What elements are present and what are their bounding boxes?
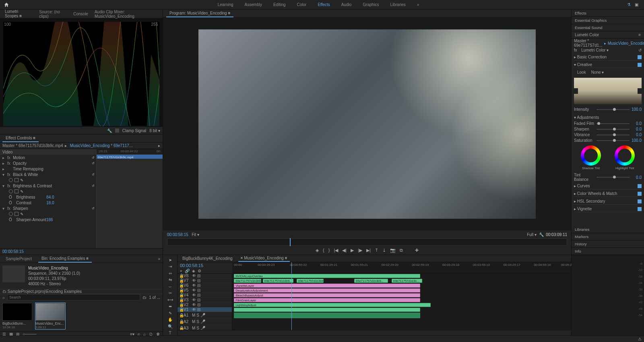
workspace-effects[interactable]: Effects	[312, 1, 335, 8]
project-search-input[interactable]	[7, 294, 140, 301]
slider-intensity[interactable]: Intensity100.0	[574, 107, 642, 112]
zoom-tool-icon[interactable]: 🔍	[167, 324, 173, 329]
pen-tool-icon[interactable]: ✎	[167, 311, 173, 316]
mark-out-icon[interactable]: }	[328, 248, 330, 253]
tab-info[interactable]: Info	[572, 248, 644, 255]
panel-overflow-icon[interactable]: »	[158, 257, 160, 261]
track-header-v1[interactable]: 🔒V1👁⊟	[178, 307, 232, 312]
ec-row-bw[interactable]: ▾fxBlack & White↺	[0, 172, 96, 177]
timeline-clip-area[interactable]: NVIDIALogoOverlay 69e711757d1b3b9... 69e…	[232, 274, 571, 330]
go-to-in-icon[interactable]: |◀	[334, 248, 338, 253]
look-dropdown[interactable]: None ▾	[591, 70, 604, 75]
wrench-icon[interactable]: 🔧	[539, 232, 544, 237]
rate-stretch-icon[interactable]: ↔	[167, 284, 173, 289]
workspace-libraries[interactable]: Libraries	[384, 1, 411, 8]
project-item[interactable]: BigBuckBunn... 10:34:16	[2, 303, 32, 329]
ec-row-motion[interactable]: ▸fxMotion↺	[0, 155, 96, 160]
comparison-icon[interactable]: ⧉	[400, 248, 403, 253]
reset-icon[interactable]: ↺	[92, 207, 95, 210]
shadow-tint-wheel[interactable]: Shadow Tint	[580, 145, 601, 170]
track-header-v6[interactable]: 🔒V6👁⊟	[178, 283, 232, 288]
beaker-icon[interactable]: ⚗	[627, 2, 631, 7]
clip[interactable]: VignetteLayer	[234, 284, 420, 288]
reset-icon[interactable]: ↺	[92, 162, 95, 165]
ec-param-brightness[interactable]: Ö Brightness84.0	[0, 194, 96, 200]
tab-program[interactable]: Program: MusicVideo_Encoding ≡	[166, 10, 233, 17]
add-marker-icon[interactable]: ◈	[316, 248, 319, 253]
program-scrub-bar[interactable]	[167, 238, 567, 246]
program-quality-dropdown[interactable]: Full ▾	[527, 232, 537, 237]
workspace-assembly[interactable]: Assembly	[239, 1, 268, 8]
track-select-icon[interactable]: ⇥	[167, 264, 173, 269]
settings-icon[interactable]: ⚙	[198, 269, 201, 274]
step-forward-icon[interactable]: |▶	[358, 248, 362, 253]
reset-icon[interactable]: ↺	[92, 173, 95, 176]
program-tc-left[interactable]: 00:00:58:15	[167, 232, 188, 237]
playhead-icon[interactable]	[290, 238, 291, 246]
look-preview[interactable]	[574, 78, 642, 104]
timeline-ruler[interactable]: 00:00 00:00:29:23 00:00:59:22 00:01:29:2…	[232, 262, 571, 273]
slider-sharpen[interactable]: Sharpen0.0	[574, 127, 642, 131]
rolling-edit-icon[interactable]: ⇆	[167, 278, 173, 283]
tab-lumetri-color[interactable]: Lumetri Color≡	[572, 31, 644, 39]
lumetri-seq-link[interactable]: MusicVideo_Encodin...	[608, 41, 644, 46]
new-bin-icon[interactable]: 🗀	[142, 295, 147, 300]
slider-vibrance[interactable]: Vibrance0.0	[574, 133, 642, 137]
reset-icon[interactable]: ↺	[92, 184, 95, 188]
section-creative[interactable]: ▾ Creative	[574, 62, 642, 68]
step-back-icon[interactable]: ◀|	[342, 248, 347, 253]
ec-mask-tools[interactable]: ✎	[0, 177, 96, 183]
slide-tool-icon[interactable]: ⬌	[167, 304, 173, 309]
clip[interactable]: BleachBypassAdjust	[234, 293, 420, 297]
ec-row-sharpen[interactable]: ▾fxSharpen↺	[0, 205, 96, 211]
audio-clip[interactable]	[234, 313, 420, 318]
hand-tool-icon[interactable]: ✋	[167, 317, 173, 323]
project-item[interactable]: MusicVideo_Enc... 3:09:11	[35, 303, 65, 329]
ec-clip-bar[interactable]: 69e711757d1b3b9c.mp4	[97, 155, 163, 159]
workspace-overflow-icon[interactable]: »	[411, 1, 425, 8]
tab-source[interactable]: Source: (no clips)	[36, 8, 70, 20]
track-header-v2[interactable]: 🔒V2👁⊟	[178, 303, 232, 307]
selection-tool-icon[interactable]: ➤	[167, 257, 173, 263]
clip[interactable]: 69e711757d1b3b9...	[263, 279, 293, 283]
clip[interactable]: 69e711757d1b3b9...	[234, 279, 261, 283]
track-header-a3[interactable]: 🔒A3MS🎤	[178, 325, 232, 330]
ripple-edit-icon[interactable]: ⇔	[167, 271, 173, 276]
export-frame-icon[interactable]: 📷	[390, 248, 396, 253]
ec-param-sharpen-amount[interactable]: Ö Sharpen Amount186	[0, 217, 96, 222]
track-header-v8[interactable]: 🔒V8👁⊟	[178, 274, 232, 278]
add-marker-icon[interactable]: ◈	[192, 269, 195, 274]
go-to-out-icon[interactable]: ▶|	[366, 248, 371, 253]
clip[interactable]: DesaturationAdjustment	[234, 288, 420, 292]
warning-icon[interactable]: ⚠	[638, 337, 642, 341]
slip-tool-icon[interactable]: ⟷	[167, 297, 173, 303]
bin-icon[interactable]: 🗀	[2, 289, 6, 294]
tab-libraries[interactable]: Libraries	[572, 226, 644, 233]
ec-row-time-remap[interactable]: ▸Time Remapping	[0, 166, 96, 172]
wrench-icon[interactable]: 🔧	[107, 129, 112, 133]
section-enable-checkbox[interactable]	[638, 184, 642, 188]
clip[interactable]: 69e711757d1b3b...	[392, 279, 422, 283]
workspace-audio[interactable]: Audio	[336, 1, 357, 8]
scopes-bitdepth[interactable]: 8 bit ▾	[149, 129, 160, 133]
track-header-v4[interactable]: 🔒V4👁⊟	[178, 293, 232, 298]
ec-mask-tools[interactable]: ✎	[0, 189, 96, 194]
track-header-a2[interactable]: 🔒A2MS🎤	[178, 319, 232, 325]
button-editor-icon[interactable]: ✚	[415, 248, 419, 253]
clip[interactable]: NVIDIALogoOverlay	[234, 274, 420, 278]
workspace-color[interactable]: Color	[291, 1, 312, 8]
tab-history[interactable]: History	[572, 240, 644, 248]
track-header-v5[interactable]: 🔒V5👁⊟	[178, 288, 232, 293]
section-enable-checkbox[interactable]	[638, 199, 642, 203]
tab-effect-controls[interactable]: Effect Controls ≡	[2, 135, 39, 142]
clip[interactable]: 69e711757d1b3b9...	[354, 279, 388, 283]
tab-console[interactable]: Console	[70, 10, 91, 17]
chat-icon[interactable]: ▣	[635, 2, 638, 7]
reset-icon[interactable]: ↺	[92, 156, 95, 160]
highlight-tint-wheel[interactable]: Highlight Tint	[614, 145, 635, 170]
slider-saturation[interactable]: Saturation100.0	[574, 138, 642, 143]
tab-lumetri-scopes[interactable]: Lumetri Scopes ≡	[2, 8, 36, 20]
snap-icon[interactable]: ⌖	[180, 269, 182, 274]
mark-in-icon[interactable]: {	[323, 248, 324, 253]
tab-markers[interactable]: Markers	[572, 233, 644, 240]
